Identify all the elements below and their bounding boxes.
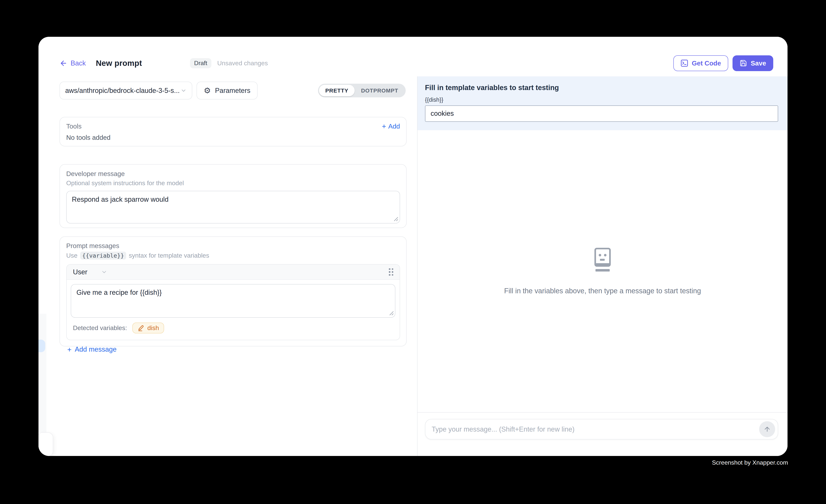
- save-icon: [740, 60, 747, 67]
- background-sidebar-edge: [39, 314, 46, 432]
- background-sidebar-active-item: [39, 339, 45, 352]
- prompt-editor-panel: aws/anthropic/bedrock-claude-3-5-s... ⚙ …: [39, 76, 417, 456]
- parameters-button[interactable]: ⚙ Parameters: [196, 82, 258, 100]
- prompt-messages-section: Prompt messages Use {{variable}} syntax …: [60, 237, 407, 346]
- unsaved-changes-text: Unsaved changes: [217, 60, 268, 67]
- tools-section: Tools + Add No tools added: [60, 117, 407, 146]
- save-button[interactable]: Save: [732, 55, 773, 71]
- plus-icon: +: [67, 346, 71, 353]
- detected-variables-label: Detected variables:: [73, 324, 127, 331]
- chat-input-placeholder: Type your message... (Shift+Enter for ne…: [431, 425, 759, 433]
- variable-chip-dish[interactable]: dish: [132, 323, 164, 334]
- variable-key-label: {{dish}}: [425, 97, 778, 103]
- message-header: User: [67, 265, 400, 280]
- variable-name: dish: [148, 324, 159, 331]
- message-content-input[interactable]: Give me a recipe for {{dish}}: [71, 284, 395, 318]
- chat-message-input[interactable]: Type your message... (Shift+Enter for ne…: [425, 419, 778, 439]
- plus-icon: +: [382, 123, 386, 130]
- test-panel: Fill in template variables to start test…: [417, 76, 787, 456]
- developer-message-subtitle: Optional system instructions for the mod…: [66, 180, 400, 187]
- developer-message-section: Developer message Optional system instru…: [60, 164, 407, 228]
- gear-icon: ⚙: [204, 87, 211, 94]
- subtitle-prefix: Use: [66, 252, 77, 259]
- developer-message-input[interactable]: Respond as jack sparrow would: [66, 191, 400, 224]
- developer-message-title: Developer message: [66, 170, 400, 178]
- get-code-label: Get Code: [692, 60, 721, 67]
- robot-face-icon: [592, 248, 614, 273]
- back-label: Back: [71, 59, 86, 67]
- add-tool-button[interactable]: + Add: [382, 123, 400, 130]
- app-window: Back New prompt Draft Unsaved changes Ge…: [39, 37, 787, 456]
- get-code-button[interactable]: Get Code: [673, 55, 728, 71]
- status-badge: Draft: [190, 58, 212, 68]
- parameters-label: Parameters: [215, 87, 250, 94]
- variable-syntax-chip: {{variable}}: [80, 252, 126, 259]
- chat-input-bar: Type your message... (Shift+Enter for ne…: [417, 412, 787, 456]
- model-selector-value: aws/anthropic/bedrock-claude-3-5-s...: [65, 87, 180, 94]
- empty-state-text: Fill in the variables above, then type a…: [504, 287, 701, 295]
- tools-empty-text: No tools added: [66, 134, 400, 141]
- drag-handle-icon[interactable]: [389, 268, 393, 276]
- back-button[interactable]: Back: [60, 59, 86, 67]
- toggle-dotprompt[interactable]: DOTPROMPT: [355, 85, 405, 97]
- edit-pencil-icon: [137, 325, 144, 331]
- add-message-label: Add message: [75, 345, 117, 353]
- arrow-up-icon: [764, 426, 771, 433]
- terminal-icon: [681, 60, 688, 67]
- watermark-text: Screenshot by Xnapper.com: [712, 459, 788, 466]
- add-message-button[interactable]: + Add message: [67, 345, 400, 353]
- add-tool-label: Add: [388, 123, 400, 130]
- chevron-down-icon: [101, 269, 107, 275]
- subtitle-suffix: syntax for template variables: [129, 252, 209, 259]
- page-title: New prompt: [96, 59, 142, 68]
- screenshot-stage: Back New prompt Draft Unsaved changes Ge…: [0, 0, 826, 504]
- header: Back New prompt Draft Unsaved changes Ge…: [39, 37, 787, 76]
- role-selector[interactable]: User: [73, 268, 107, 276]
- message-block: User Give me a recipe for {{dish}}: [66, 264, 400, 340]
- template-variables-box: Fill in template variables to start test…: [417, 76, 787, 130]
- chat-empty-state: Fill in the variables above, then type a…: [417, 130, 787, 413]
- arrow-left-icon: [60, 59, 67, 67]
- tools-title: Tools: [66, 123, 82, 130]
- save-label: Save: [751, 60, 766, 67]
- toggle-pretty[interactable]: PRETTY: [319, 85, 355, 97]
- role-label: User: [73, 268, 87, 276]
- chevron-down-icon: [180, 87, 187, 94]
- test-panel-title: Fill in template variables to start test…: [425, 84, 778, 92]
- model-selector[interactable]: aws/anthropic/bedrock-claude-3-5-s...: [60, 82, 192, 100]
- send-button[interactable]: [759, 421, 775, 437]
- view-mode-toggle: PRETTY DOTPROMPT: [318, 84, 406, 98]
- background-popover-edge: [39, 432, 53, 456]
- variable-value-input[interactable]: [425, 106, 778, 122]
- prompt-messages-title: Prompt messages: [66, 242, 400, 250]
